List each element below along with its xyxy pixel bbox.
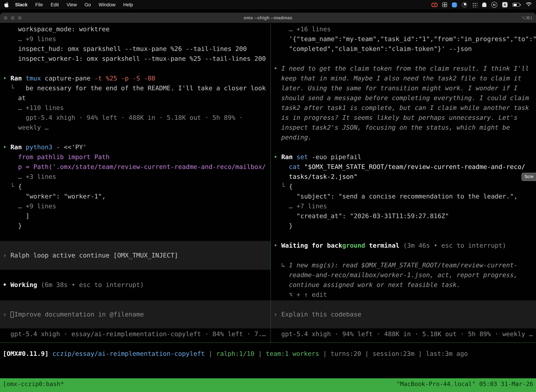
- blue-app-icon[interactable]: [452, 2, 457, 7]
- terminal-line: later. Using the same for transition mig…: [274, 83, 536, 93]
- terminal-line: gpt-5.4 xhigh · 94% left · 488K in · 5.1…: [274, 329, 536, 339]
- terminal-line: • Ran tmux capture-pane -t %25 -p -S -80: [3, 73, 270, 83]
- terminal-line: • I need to get the claim token from the…: [274, 64, 536, 73]
- terminal-line: … +9 lines: [3, 201, 270, 211]
- battery-gauge-icon[interactable]: 61: [491, 2, 497, 8]
- menu-go[interactable]: Go: [85, 2, 91, 7]
- recording-indicator-icon[interactable]: [431, 3, 438, 7]
- terminal-line: task2 after task1 is complete, but can I…: [274, 103, 536, 113]
- terminal-line: • Ran python3 - <<'PY': [3, 142, 270, 152]
- terminal-line: … +7 lines: [274, 201, 536, 211]
- terminal-line: readme-and-reco/mailbox/worker-1.json, a…: [274, 270, 536, 280]
- tmux-host-clock: "MacBook-Pro-44.local" 05:03 31-Mar-26: [396, 379, 533, 392]
- terminal-line: "created_at": "2026-03-31T11:59:27.816Z": [274, 211, 536, 221]
- input-source-icon[interactable]: A: [502, 2, 507, 7]
- screen: Slack File Edit View Go Window Help 61 A: [0, 0, 536, 392]
- screen-tooltip: Scre: [522, 173, 536, 181]
- left-terminal-pane[interactable]: workspace_mode: worktree … +9 lines insp…: [0, 24, 270, 339]
- terminal-line: cat "$OMX_TEAM_STATE_ROOT/team/review-cu…: [274, 162, 536, 172]
- terminal-line: is in progress? It seems likely but perh…: [274, 113, 536, 123]
- menu-window[interactable]: Window: [99, 2, 115, 7]
- terminal-line: • Working (6m 38s • esc to interrupt): [3, 280, 270, 290]
- terminal-line: weekly …: [3, 123, 270, 132]
- terminal-line: continue assigned work or next feasible …: [274, 280, 536, 290]
- terminal-line: [274, 300, 536, 309]
- terminal-line: [3, 270, 270, 280]
- terminal-line: … +3 lines: [3, 172, 270, 182]
- terminal-line: workspace_mode: worktree: [3, 24, 270, 34]
- wifi-icon[interactable]: [526, 2, 532, 8]
- terminal-line: › Ralph loop active continue [OMX_TMUX_I…: [3, 250, 270, 260]
- terminal-line: [3, 300, 270, 309]
- terminal-line: ⌥ + ↑ edit: [274, 290, 536, 300]
- tmux-status-bar: [omx-cczip0:bash* "MacBook-Pro-44.local"…: [0, 378, 536, 392]
- terminal-line: [274, 142, 536, 152]
- grid-icon[interactable]: [442, 2, 447, 7]
- tmux-session-window: [omx-cczip0:bash*: [3, 379, 64, 392]
- ghost-icon[interactable]: [482, 2, 486, 7]
- terminal-line: [3, 290, 270, 300]
- terminal-line: └ {: [3, 182, 270, 191]
- right-terminal-pane[interactable]: … +16 lines '{"team_name":"my-team","tas…: [271, 24, 536, 339]
- terminal-line: • Ran set -euo pipefail: [274, 152, 536, 162]
- dots-grid-icon[interactable]: [472, 2, 477, 7]
- active-app-name[interactable]: Slack: [15, 2, 28, 7]
- pane-divider-horizontal[interactable]: [0, 342, 536, 343]
- terminal-line: └ {: [274, 182, 536, 191]
- zoom-button[interactable]: [18, 16, 22, 20]
- minimize-button[interactable]: [10, 16, 15, 20]
- battery-icon[interactable]: [512, 3, 521, 7]
- terminal-line: inspect_hud: omx sparkshell --tmux-pane …: [3, 44, 270, 54]
- dark-app-icon[interactable]: [462, 2, 467, 7]
- terminal-window: omx --xhigh --madmax ⌥⌘1 workspace_mode:…: [0, 13, 536, 392]
- window-titlebar[interactable]: omx --xhigh --madmax ⌥⌘1: [0, 13, 536, 23]
- terminal-line: gpt-5.4 xhigh · essay/ai-reimplementatio…: [3, 329, 270, 339]
- terminal-line: [3, 260, 270, 270]
- terminal-line: [274, 319, 536, 329]
- apple-menu-icon[interactable]: [4, 2, 9, 7]
- terminal-line: inspect_worker-1: omx sparkshell --tmux-…: [3, 54, 270, 64]
- terminal-line: }: [3, 221, 270, 231]
- terminal-line: ]: [3, 211, 270, 221]
- terminal-line: keep that in mind. Maybe I also need the…: [274, 73, 536, 83]
- window-shortcut-hint: ⌥⌘1: [521, 15, 532, 20]
- terminal-line: … +9 lines: [3, 34, 270, 44]
- menu-file[interactable]: File: [35, 2, 43, 7]
- terminal-line: [3, 231, 270, 241]
- terminal-line: … +16 lines: [274, 24, 536, 34]
- menu-edit[interactable]: Edit: [51, 2, 59, 7]
- terminal-content: workspace_mode: worktree … +9 lines insp…: [0, 23, 536, 392]
- terminal-line: [3, 132, 270, 142]
- terminal-line: inspect task2's JSON, focusing on the st…: [274, 123, 536, 132]
- terminal-line: ↳ 1 new msg(s): read $OMX_TEAM_STATE_ROO…: [274, 260, 536, 270]
- omx-status-line: [OMX#0.11.9] cczip/essay/ai-reimplementa…: [3, 349, 468, 359]
- terminal-line: should send a message before completing …: [274, 93, 536, 103]
- menu-help[interactable]: Help: [123, 2, 133, 7]
- terminal-line: "subject": "send a concise recommendatio…: [274, 191, 536, 201]
- terminal-line: › Explain this codebase: [274, 309, 536, 319]
- terminal-line: }: [274, 221, 536, 231]
- terminal-line: [3, 319, 270, 329]
- window-title: omx --xhigh --madmax: [0, 15, 536, 20]
- terminal-line: "worker": "worker-1",: [3, 191, 270, 201]
- terminal-line: tasks/task-2.json": [274, 172, 536, 182]
- terminal-line: from pathlib import Path: [3, 152, 270, 162]
- terminal-line: … +110 lines: [3, 103, 270, 113]
- terminal-line: "completed","claim_token":"claim-token"}…: [274, 44, 536, 54]
- terminal-line: • Waiting for background terminal (3m 46…: [274, 241, 536, 250]
- terminal-line: p = Path('.omx/state/team/review-current…: [3, 162, 270, 172]
- terminal-line: › Improve documentation in @filename: [3, 309, 270, 319]
- terminal-line: [274, 250, 536, 260]
- terminal-line: └ be necessary for the end of the README…: [3, 83, 270, 93]
- terminal-line: [274, 231, 536, 241]
- terminal-line: at: [3, 93, 270, 103]
- terminal-line: '{"team_name":"my-team","task_id":"1","f…: [274, 34, 536, 44]
- terminal-line: [3, 241, 270, 250]
- menu-view[interactable]: View: [67, 2, 77, 7]
- menu-bar: Slack File Edit View Go Window Help 61 A: [0, 0, 536, 9]
- close-button[interactable]: [4, 16, 8, 20]
- terminal-line: [274, 54, 536, 64]
- terminal-line: pending.: [274, 132, 536, 142]
- terminal-line: [3, 64, 270, 73]
- terminal-line: gpt-5.4 xhigh · 94% left · 488K in · 5.1…: [3, 113, 270, 123]
